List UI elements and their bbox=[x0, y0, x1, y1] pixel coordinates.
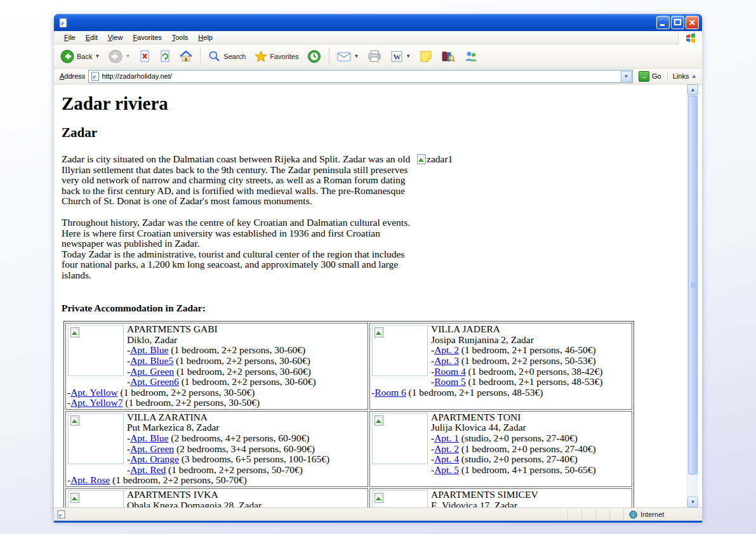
favorites-button[interactable]: Favorites bbox=[251, 48, 302, 65]
links-more-icon: » bbox=[692, 73, 696, 80]
accommodation-table: APARTMENTS GABI Diklo, Zadar -Apt. Blue … bbox=[63, 321, 634, 507]
word-icon: W bbox=[390, 50, 403, 63]
status-zone: Internet bbox=[623, 509, 693, 519]
apartment-link[interactable]: Apt. 3 bbox=[434, 355, 459, 366]
unit-details: (studio, 2+0 persons, 27-40€) bbox=[459, 433, 578, 443]
notes-button[interactable] bbox=[416, 48, 436, 65]
address-label: Address bbox=[56, 72, 85, 80]
unit-details: (1 bedroom, 2+1 persons, 48-53€) bbox=[466, 376, 603, 387]
edit-dropdown-icon[interactable]: ▼ bbox=[406, 53, 411, 59]
apartment-link[interactable]: Apt. Yellow7 bbox=[70, 397, 123, 408]
unit-line: -Room 6 (1 bedroom, 2+1 persons, 48-53€) bbox=[371, 387, 630, 398]
note-icon bbox=[420, 50, 432, 63]
search-button[interactable]: Search bbox=[204, 48, 249, 65]
back-label: Back bbox=[77, 53, 92, 60]
menu-file[interactable]: File bbox=[59, 32, 81, 43]
apartment-link[interactable]: Apt. 2 bbox=[434, 344, 459, 355]
apartment-link[interactable]: Room 4 bbox=[434, 366, 466, 377]
zadar1-broken-image: zadar1 bbox=[417, 154, 453, 165]
links-button[interactable]: Links » bbox=[667, 72, 700, 80]
search-label: Search bbox=[223, 53, 246, 60]
favorites-label: Favorites bbox=[270, 53, 298, 60]
title-bar: e bbox=[54, 14, 702, 31]
internet-globe-icon bbox=[629, 511, 637, 519]
menu-bar: File Edit View Favorites Tools Help bbox=[54, 31, 702, 44]
unit-line: -Apt. 5 (1 bedroom, 4+1 persons, 50-65€) bbox=[371, 465, 630, 476]
apartment-link[interactable]: Apt. 1 bbox=[434, 433, 459, 443]
apartment-link[interactable]: Apt. Rose bbox=[70, 474, 110, 485]
address-input[interactable] bbox=[102, 71, 621, 82]
research-button[interactable] bbox=[437, 48, 459, 65]
listing-cell-toni: APARTMENTS TONI Julija Klovica 44, Zadar… bbox=[369, 411, 632, 487]
status-zone-label: Internet bbox=[640, 511, 664, 518]
apartment-link[interactable]: Apt. 4 bbox=[434, 453, 459, 464]
unit-line: -Apt. Red (1 bedroom, 2+2 persons, 50-70… bbox=[67, 465, 366, 476]
address-dropdown-icon[interactable]: ▼ bbox=[621, 71, 632, 82]
page-title: Zadar riviera bbox=[62, 93, 687, 114]
scroll-down-icon[interactable]: ▼ bbox=[687, 497, 698, 507]
apartment-link[interactable]: Room 5 bbox=[434, 376, 466, 387]
refresh-button[interactable] bbox=[156, 48, 175, 65]
menu-edit[interactable]: Edit bbox=[81, 32, 103, 43]
unit-details: (1 bedroom, 4+1 persons, 50-65€) bbox=[459, 464, 596, 475]
windows-logo-icon bbox=[678, 31, 702, 44]
unit-line: -Apt. Yellow (1 bedroom, 2+2 persons, 30… bbox=[67, 387, 366, 398]
apartment-link[interactable]: Room 6 bbox=[375, 387, 406, 398]
menu-help[interactable]: Help bbox=[193, 32, 218, 43]
apartment-link[interactable]: Apt. Green bbox=[130, 443, 174, 454]
ie-window-icon: e bbox=[58, 18, 69, 28]
menu-favorites[interactable]: Favorites bbox=[128, 32, 166, 43]
menu-view[interactable]: View bbox=[103, 32, 128, 43]
unit-details: (3 bedrooms, 6+5 persons, 100-165€) bbox=[179, 453, 329, 464]
stop-button[interactable] bbox=[135, 48, 154, 65]
mail-button[interactable]: ▼ bbox=[333, 48, 362, 65]
apartment-link[interactable]: Apt. 5 bbox=[434, 464, 459, 475]
address-bar: Address e ▼ → Go Links » bbox=[54, 68, 702, 84]
apartment-link[interactable]: Apt. Blue bbox=[130, 344, 168, 355]
mail-dropdown-icon[interactable]: ▼ bbox=[354, 53, 359, 59]
home-button[interactable] bbox=[176, 48, 196, 65]
stop-icon bbox=[139, 50, 150, 63]
maximize-button[interactable] bbox=[671, 16, 684, 29]
apartment-link[interactable]: Apt. 2 bbox=[434, 443, 459, 454]
apartment-link[interactable]: Apt. Yellow bbox=[70, 387, 118, 398]
edit-with-word-button[interactable]: W ▼ bbox=[387, 48, 414, 65]
listing-cell-ivka: APARTMENTS IVKA Obala Kneza Domagoja 28,… bbox=[65, 488, 368, 507]
messenger-button[interactable] bbox=[460, 48, 482, 65]
unit-line: -Apt. Green6 (1 bedroom, 2+2 persons, 30… bbox=[67, 377, 366, 387]
go-button[interactable]: → Go bbox=[636, 71, 664, 82]
back-button[interactable]: Back ▼ bbox=[56, 47, 103, 66]
apartment-link[interactable]: Apt. Green6 bbox=[130, 376, 179, 387]
unit-details: (1 bedroom, 2+2 persons, 30-50€) bbox=[118, 387, 255, 398]
svg-text:e: e bbox=[61, 19, 64, 27]
address-input-box: e ▼ bbox=[88, 70, 633, 83]
close-button[interactable] bbox=[686, 16, 699, 29]
apartment-link[interactable]: Apt. Orange bbox=[130, 453, 179, 464]
print-button[interactable] bbox=[364, 48, 385, 65]
forward-button[interactable]: ▼ bbox=[105, 47, 134, 66]
intro-paragraph-2: Throughout history, Zadar was the centre… bbox=[62, 218, 415, 281]
scrollbar-thumb[interactable] bbox=[688, 96, 698, 474]
scroll-up-icon[interactable]: ▲ bbox=[687, 84, 698, 95]
broken-image-icon bbox=[375, 327, 383, 337]
unit-details: (1 bedroom, 2+2 persons, 30-60€) bbox=[168, 344, 305, 355]
scrollbar-track[interactable] bbox=[687, 475, 698, 497]
unit-details: (1 bedroom, 2+0 persons, 38-42€) bbox=[466, 366, 603, 377]
vertical-scrollbar[interactable]: ▲ ▼ bbox=[687, 84, 698, 507]
apartment-link[interactable]: Apt. Blue bbox=[130, 433, 168, 443]
minimize-button[interactable] bbox=[656, 16, 670, 29]
status-page-icon: e bbox=[57, 510, 65, 519]
menu-tools[interactable]: Tools bbox=[167, 32, 194, 43]
history-button[interactable] bbox=[303, 47, 325, 66]
unit-details: (1 bedroom, 2+2 persons, 30-60€) bbox=[174, 366, 311, 377]
svg-text:W: W bbox=[394, 52, 401, 61]
forward-dropdown-icon[interactable]: ▼ bbox=[125, 53, 130, 59]
unit-details: (2 bedrooms, 3+4 persons, 60-90€) bbox=[174, 443, 315, 454]
apartment-link[interactable]: Apt. Blue5 bbox=[130, 355, 173, 366]
resize-grip[interactable]: .: bbox=[693, 509, 702, 519]
listing-cell-zaratina: VILLA ZARATINA Put Markezica 8, Zadar -A… bbox=[65, 411, 368, 487]
apartment-link[interactable]: Apt. Green bbox=[130, 366, 174, 377]
intro-section: Zadar is city situated on the Dalmatian … bbox=[62, 154, 687, 207]
back-dropdown-icon[interactable]: ▼ bbox=[95, 53, 100, 59]
apartment-link[interactable]: Apt. Red bbox=[130, 464, 166, 475]
